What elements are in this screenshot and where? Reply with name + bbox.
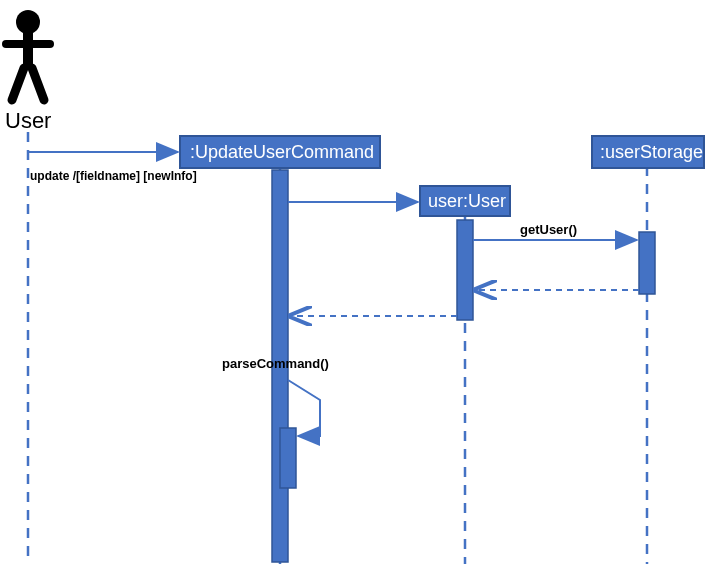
participant-updatecmd-label: :UpdateUserCommand <box>190 142 374 162</box>
svg-point-0 <box>16 10 40 34</box>
participant-updatecmd: :UpdateUserCommand <box>180 136 380 168</box>
activation-storage <box>639 232 655 294</box>
activation-self-call <box>280 428 296 488</box>
svg-line-3 <box>12 68 24 100</box>
message-getuser-label: getUser() <box>520 222 577 237</box>
svg-line-4 <box>32 68 44 100</box>
actor-icon <box>6 10 50 100</box>
participant-user-obj-label: user:User <box>428 191 506 211</box>
activation-user-obj <box>457 220 473 320</box>
participant-storage: :userStorage <box>592 136 704 168</box>
actor-label: User <box>5 108 51 133</box>
message-parsecommand-label: parseCommand() <box>222 356 329 371</box>
message-update-label: update /[fieldname] [newInfo] <box>30 169 197 183</box>
participant-storage-label: :userStorage <box>600 142 703 162</box>
participant-user-obj: user:User <box>420 186 510 216</box>
sequence-diagram: User :UpdateUserCommand user:User :userS… <box>0 0 726 564</box>
